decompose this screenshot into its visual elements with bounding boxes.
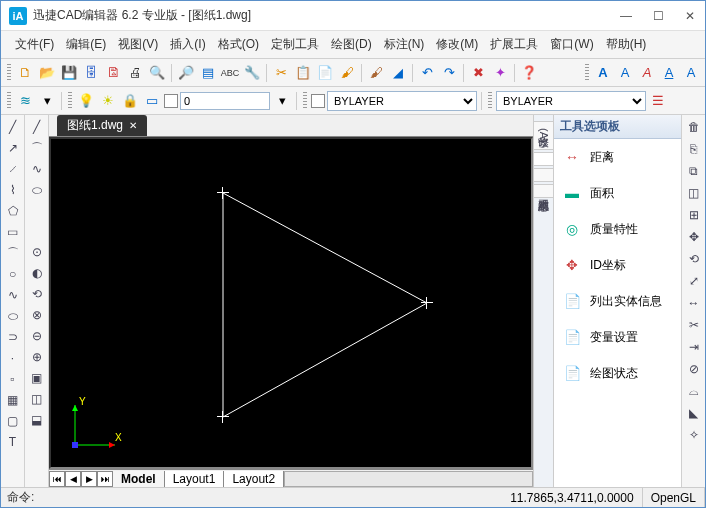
drawing-canvas[interactable]: X Y (49, 137, 533, 469)
circle-icon[interactable]: ○ (3, 264, 23, 284)
toolbar-grip[interactable] (585, 64, 589, 82)
toolbar-grip[interactable] (488, 92, 492, 110)
maximize-button[interactable]: ☐ (651, 9, 665, 23)
saveall-icon[interactable]: 🗄 (81, 63, 101, 83)
hatch-icon[interactable]: ▦ (3, 390, 23, 410)
erase-icon[interactable]: ◢ (388, 63, 408, 83)
tool-icon[interactable]: ⊗ (27, 305, 47, 325)
offset-icon[interactable]: ◫ (684, 183, 704, 203)
menu-help[interactable]: 帮助(H) (600, 33, 653, 56)
ray-icon[interactable]: ↗ (3, 138, 23, 158)
tool-icon[interactable]: ◐ (27, 263, 47, 283)
vtab-view[interactable]: 视图 (533, 168, 554, 182)
print-icon[interactable]: 🖨 (125, 63, 145, 83)
fillet-icon[interactable]: ⌓ (684, 381, 704, 401)
palette-item[interactable]: ◎质量特性 (554, 211, 681, 247)
matchprop-icon[interactable]: 🖌 (337, 63, 357, 83)
toolbar-grip[interactable] (7, 92, 11, 110)
menu-dimension[interactable]: 标注(N) (378, 33, 431, 56)
tool-icon[interactable]: ⊕ (27, 347, 47, 367)
chamfer-icon[interactable]: ◣ (684, 403, 704, 423)
undo-icon[interactable]: ↶ (417, 63, 437, 83)
sun-icon[interactable]: ☀ (98, 91, 118, 111)
brush-icon[interactable]: 🖌 (366, 63, 386, 83)
color-swatch-icon[interactable] (164, 94, 178, 108)
polyline-icon[interactable]: ⌇ (3, 180, 23, 200)
tool-icon[interactable]: ▣ (27, 368, 47, 388)
open-icon[interactable]: 📂 (37, 63, 57, 83)
layer-manager-icon[interactable]: ≋ (15, 91, 35, 111)
layers-icon[interactable]: ▤ (198, 63, 218, 83)
menu-window[interactable]: 窗口(W) (544, 33, 599, 56)
textstyle-a3-icon[interactable]: A (637, 63, 657, 83)
document-tab[interactable]: 图纸1.dwg ✕ (57, 115, 147, 136)
textstyle-a5-icon[interactable]: A (681, 63, 701, 83)
layout-tab-layout2[interactable]: Layout2 (224, 471, 284, 487)
delete-icon[interactable]: ✖ (468, 63, 488, 83)
command-input[interactable] (40, 492, 502, 504)
menu-edit[interactable]: 编辑(E) (60, 33, 112, 56)
paste-icon[interactable]: 📄 (315, 63, 335, 83)
palette-item[interactable]: ✥ID坐标 (554, 247, 681, 283)
minimize-button[interactable]: — (619, 9, 633, 23)
polygon-icon[interactable]: ⬠ (3, 201, 23, 221)
bulb-on-icon[interactable]: 💡 (76, 91, 96, 111)
dropdown-icon[interactable]: ▾ (272, 91, 292, 111)
menu-view[interactable]: 视图(V) (112, 33, 164, 56)
lock-icon[interactable]: 🔒 (120, 91, 140, 111)
lineweight-select[interactable]: BYLAYER (496, 91, 646, 111)
palette-item[interactable]: 📄绘图状态 (554, 355, 681, 391)
copy-icon[interactable]: 📋 (293, 63, 313, 83)
xline-icon[interactable]: ⟋ (3, 159, 23, 179)
ellipse-icon[interactable]: ⬭ (3, 306, 23, 326)
move-icon[interactable]: ✥ (684, 227, 704, 247)
menu-insert[interactable]: 插入(I) (164, 33, 211, 56)
vtab-modify[interactable]: 修改(A) (533, 121, 554, 150)
layout-tab-layout1[interactable]: Layout1 (165, 471, 225, 487)
close-button[interactable]: ✕ (683, 9, 697, 23)
line-icon[interactable]: ╱ (3, 117, 23, 137)
trim-icon[interactable]: ✂ (684, 315, 704, 335)
triangle-shape[interactable] (223, 193, 427, 417)
scale-icon[interactable]: ⤢ (684, 271, 704, 291)
menu-expand-tools[interactable]: 扩展工具 (484, 33, 544, 56)
menu-modify[interactable]: 修改(M) (430, 33, 484, 56)
tab-nav-last[interactable]: ⏭ (97, 471, 113, 487)
block-icon[interactable]: ▫ (3, 369, 23, 389)
palette-item[interactable]: 📄列出实体信息 (554, 283, 681, 319)
rotate-icon[interactable]: ⟲ (684, 249, 704, 269)
text-icon[interactable]: T (3, 432, 23, 452)
explode-icon[interactable]: ✧ (684, 425, 704, 445)
vtab-inquiry[interactable]: 查询 (533, 152, 554, 166)
print-preview-icon[interactable]: 🔍 (147, 63, 167, 83)
layout-tab-model[interactable]: Model (113, 471, 165, 487)
mirror-icon[interactable]: ⧉ (684, 161, 704, 181)
rect-icon[interactable]: ▭ (3, 222, 23, 242)
rect-icon[interactable]: ▭ (142, 91, 162, 111)
tab-nav-first[interactable]: ⏮ (49, 471, 65, 487)
toolbar-grip[interactable] (68, 92, 72, 110)
new-icon[interactable]: 🗋 (15, 63, 35, 83)
break-icon[interactable]: ⊘ (684, 359, 704, 379)
save-icon[interactable]: 💾 (59, 63, 79, 83)
help-icon[interactable]: ❓ (519, 63, 539, 83)
toolbar-grip[interactable] (7, 64, 11, 82)
region-icon[interactable]: ▢ (3, 411, 23, 431)
textstyle-a2-icon[interactable]: A (615, 63, 635, 83)
palette-item[interactable]: 📄变量设置 (554, 319, 681, 355)
redo-icon[interactable]: ↷ (439, 63, 459, 83)
copy-icon[interactable]: ⎘ (684, 139, 704, 159)
pdf-icon[interactable]: 🖺 (103, 63, 123, 83)
array-icon[interactable]: ⊞ (684, 205, 704, 225)
tool-icon[interactable]: ∿ (27, 159, 47, 179)
textstyle-a1-icon[interactable]: A (593, 63, 613, 83)
point-icon[interactable]: · (3, 348, 23, 368)
layer-dropdown-icon[interactable]: ▾ (37, 91, 57, 111)
tool-icon[interactable]: ⟲ (27, 284, 47, 304)
tool-icon[interactable]: ⊖ (27, 326, 47, 346)
tool-icon[interactable]: ⌒ (27, 138, 47, 158)
audit-icon[interactable]: 🔧 (242, 63, 262, 83)
close-tab-icon[interactable]: ✕ (129, 120, 137, 131)
tab-nav-next[interactable]: ▶ (81, 471, 97, 487)
tool-icon[interactable]: ⊙ (27, 242, 47, 262)
